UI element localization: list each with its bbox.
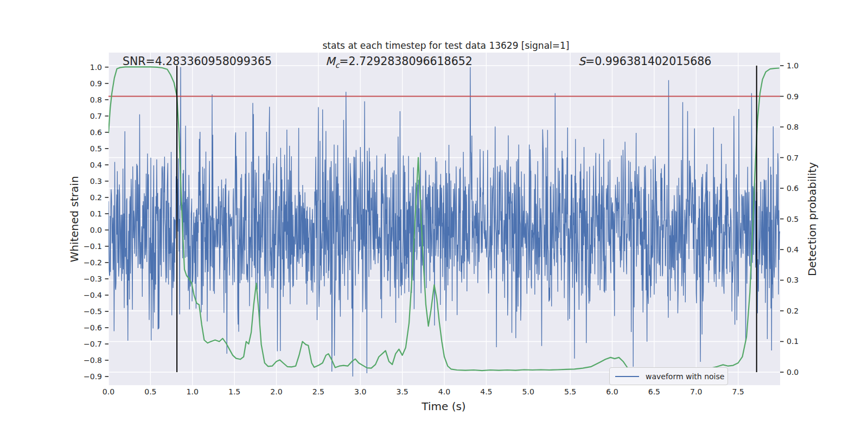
x-tick-label: 1.5 [228,387,240,396]
figure: 1.00.90.80.70.60.50.40.30.20.10.0−0.1−0.… [0,0,868,434]
x-tick-label: 1.0 [187,387,199,396]
annotation-mc-value: =2.7292838096618652 [339,55,472,68]
chart-title: stats at each timestep for test data 136… [323,40,570,51]
x-tick-label: 0.0 [103,387,114,396]
right-tick-label: 0.5 [787,215,799,224]
x-tick-label: 4.5 [480,387,492,396]
right-tick-label: 0.4 [787,245,799,254]
legend-label: waveform with noise [646,372,724,381]
legend: waveform with noise [609,367,728,385]
x-tick-label: 5.5 [564,387,576,396]
left-y-axis-label: Whitened strain [68,176,81,262]
x-tick-label: 6.5 [648,387,660,396]
left-tick-label: 0.5 [90,144,102,153]
left-tick-label: 0.3 [90,177,102,186]
right-tick-label: 0.1 [787,337,799,346]
right-tick-label: 0.8 [787,123,799,131]
x-axis-label: Time (s) [422,400,465,413]
right-tick-label: 0.2 [787,307,799,315]
left-tick-label: 0.9 [90,79,102,88]
x-tick-label: 7.5 [732,387,744,396]
annotation-snr-value: =4.283360958099365 [146,55,272,68]
x-tick-label: 3.0 [354,387,366,396]
annotation-mc-name: M [326,55,335,68]
left-tick-label: −0.1 [84,242,102,251]
legend-line-swatch [615,376,639,377]
right-y-axis-label: Detection probability [806,162,819,276]
annotation-s-name: S [578,55,585,68]
x-tick-label: 2.0 [270,387,282,396]
left-tick-label: −0.2 [84,258,102,267]
left-tick-label: 1.0 [90,63,102,72]
x-tick-label: 6.0 [606,387,618,396]
left-tick-label: −0.4 [84,291,102,299]
left-tick-label: −0.6 [84,323,102,332]
left-tick-label: 0.4 [90,161,102,169]
left-tick-label: −0.5 [84,307,102,316]
right-tick-label: 0.7 [787,154,799,162]
x-tick-label: 3.5 [396,387,408,396]
x-tick-label: 5.0 [522,387,534,396]
annotation-snr-name: SNR [123,55,146,68]
annotation-s-statistic: S=0.996381402015686 [578,55,711,68]
annotation-chirp-mass: Mc=2.7292838096618652 [326,55,473,69]
left-tick-label: −0.3 [84,275,102,283]
x-tick-label: 2.5 [312,387,324,396]
left-tick-label: 0.6 [90,128,102,137]
right-tick-label: 0.6 [787,184,799,193]
left-tick-label: −0.7 [84,340,102,348]
left-tick-label: 0.7 [90,112,102,120]
annotation-s-value: =0.996381402015686 [585,55,711,68]
left-tick-label: 0.1 [90,209,102,218]
right-tick-label: 1.0 [787,61,799,70]
right-tick-label: 0.9 [787,92,799,101]
x-tick-label: 4.0 [438,387,450,396]
right-tick-label: 0.3 [787,276,799,284]
left-tick-label: 0.0 [90,226,102,234]
left-tick-label: −0.8 [84,356,102,365]
left-tick-label: 0.2 [90,193,102,202]
left-tick-label: 0.8 [90,95,102,104]
x-tick-label: 7.0 [690,387,702,396]
left-tick-label: −0.9 [84,372,102,381]
annotation-snr: SNR=4.283360958099365 [123,55,272,68]
x-tick-label: 0.5 [144,387,156,396]
right-tick-label: 0.0 [787,368,799,376]
